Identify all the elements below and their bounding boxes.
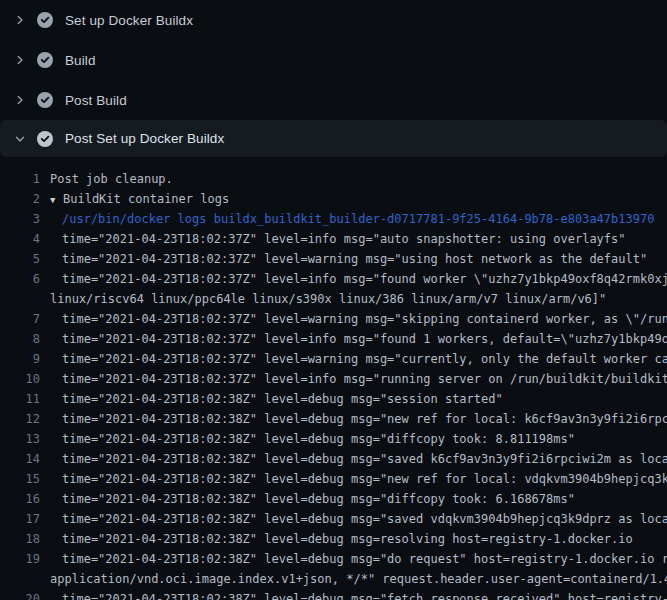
log-line-number[interactable]: 8 bbox=[0, 329, 40, 349]
log-text: Post job cleanup. bbox=[50, 172, 173, 186]
log-line-number[interactable]: 20 bbox=[0, 589, 40, 600]
log-line-content: time="2021-04-23T18:02:37Z" level=warnin… bbox=[62, 349, 667, 369]
log-line-number[interactable]: 19 bbox=[0, 549, 40, 569]
log-line: 12time="2021-04-23T18:02:38Z" level=debu… bbox=[0, 409, 667, 429]
log-line: 2▼BuildKit container logs bbox=[0, 189, 667, 209]
log-line: 4time="2021-04-23T18:02:37Z" level=info … bbox=[0, 229, 667, 249]
check-circle-icon bbox=[37, 131, 53, 147]
log-text: time="2021-04-23T18:02:38Z" level=debug … bbox=[62, 412, 667, 426]
log-line-number[interactable]: 1 bbox=[0, 169, 40, 189]
log-line-number[interactable]: 12 bbox=[0, 409, 40, 429]
log-line-number[interactable]: 13 bbox=[0, 429, 40, 449]
log-line-number bbox=[0, 569, 40, 589]
log-line: 11time="2021-04-23T18:02:38Z" level=debu… bbox=[0, 389, 667, 409]
log-line-content: time="2021-04-23T18:02:38Z" level=debug … bbox=[62, 549, 667, 569]
log-text: time="2021-04-23T18:02:38Z" level=debug … bbox=[62, 532, 633, 546]
log-line-content: time="2021-04-23T18:02:38Z" level=debug … bbox=[62, 529, 633, 549]
log-line: 8time="2021-04-23T18:02:37Z" level=info … bbox=[0, 329, 667, 349]
log-line-content: time="2021-04-23T18:02:38Z" level=debug … bbox=[62, 389, 503, 409]
log-line-number[interactable]: 7 bbox=[0, 309, 40, 329]
log-text: application/vnd.oci.image.index.v1+json,… bbox=[50, 572, 667, 586]
log-line-content: time="2021-04-23T18:02:37Z" level=info m… bbox=[62, 269, 667, 289]
log-line-content: linux/riscv64 linux/ppc64le linux/s390x … bbox=[50, 289, 606, 309]
group-collapse-triangle-icon[interactable]: ▼ bbox=[50, 190, 63, 210]
step-label: Set up Docker Buildx bbox=[65, 13, 193, 28]
log-line-number[interactable]: 3 bbox=[0, 209, 40, 229]
log-line-content: application/vnd.oci.image.index.v1+json,… bbox=[50, 569, 667, 589]
log-line-number[interactable]: 10 bbox=[0, 369, 40, 389]
log-line: 3/usr/bin/docker logs buildx_buildkit_bu… bbox=[0, 209, 667, 229]
log-text: time="2021-04-23T18:02:37Z" level=info m… bbox=[62, 232, 626, 246]
log-line: 7time="2021-04-23T18:02:37Z" level=warni… bbox=[0, 309, 667, 329]
log-line-number[interactable]: 16 bbox=[0, 489, 40, 509]
chevron-right-icon bbox=[12, 52, 28, 68]
log-line-content: time="2021-04-23T18:02:38Z" level=debug … bbox=[62, 449, 667, 469]
log-text: BuildKit container logs bbox=[63, 192, 229, 206]
log-line: application/vnd.oci.image.index.v1+json,… bbox=[0, 569, 667, 589]
log-line-content: time="2021-04-23T18:02:38Z" level=debug … bbox=[62, 489, 575, 509]
log-line-number[interactable]: 6 bbox=[0, 269, 40, 289]
log-line: 20time="2021-04-23T18:02:38Z" level=debu… bbox=[0, 589, 667, 600]
check-circle-icon bbox=[37, 12, 53, 28]
log-line: 19time="2021-04-23T18:02:38Z" level=debu… bbox=[0, 549, 667, 569]
log-line: linux/riscv64 linux/ppc64le linux/s390x … bbox=[0, 289, 667, 309]
log-line-content: time="2021-04-23T18:02:38Z" level=debug … bbox=[62, 469, 667, 489]
step-label: Post Set up Docker Buildx bbox=[65, 131, 224, 146]
log-text: /usr/bin/docker logs buildx_buildkit_bui… bbox=[62, 212, 654, 226]
workflow-log-viewer: Set up Docker Buildx Build Post Build bbox=[0, 0, 667, 600]
log-line-number[interactable]: 4 bbox=[0, 229, 40, 249]
log-line-content: time="2021-04-23T18:02:38Z" level=debug … bbox=[62, 509, 667, 529]
log-line: 1Post job cleanup. bbox=[0, 169, 667, 189]
log-text: time="2021-04-23T18:02:37Z" level=info m… bbox=[62, 332, 667, 346]
log-text: time="2021-04-23T18:02:38Z" level=debug … bbox=[62, 452, 667, 466]
step-row-set-up-docker-buildx[interactable]: Set up Docker Buildx bbox=[0, 0, 667, 40]
log-area: 1Post job cleanup.2▼BuildKit container l… bbox=[0, 157, 667, 600]
step-row-build[interactable]: Build bbox=[0, 40, 667, 80]
log-line-number[interactable]: 2 bbox=[0, 189, 40, 209]
log-line-content: Post job cleanup. bbox=[50, 169, 173, 189]
log-line: 15time="2021-04-23T18:02:38Z" level=debu… bbox=[0, 469, 667, 489]
log-line: 10time="2021-04-23T18:02:37Z" level=info… bbox=[0, 369, 667, 389]
log-line: 5time="2021-04-23T18:02:37Z" level=warni… bbox=[0, 249, 667, 269]
log-line-content: time="2021-04-23T18:02:38Z" level=debug … bbox=[62, 429, 575, 449]
log-text: time="2021-04-23T18:02:38Z" level=debug … bbox=[62, 392, 503, 406]
log-line-content: time="2021-04-23T18:02:37Z" level=warnin… bbox=[62, 309, 667, 329]
log-line-number bbox=[0, 289, 40, 309]
log-text: time="2021-04-23T18:02:37Z" level=warnin… bbox=[62, 352, 667, 366]
log-line-number[interactable]: 11 bbox=[0, 389, 40, 409]
log-line-content: time="2021-04-23T18:02:38Z" level=debug … bbox=[62, 589, 667, 600]
log-line-number[interactable]: 17 bbox=[0, 509, 40, 529]
chevron-down-icon bbox=[12, 131, 28, 147]
log-line-number[interactable]: 18 bbox=[0, 529, 40, 549]
log-line-number[interactable]: 14 bbox=[0, 449, 40, 469]
log-line-number[interactable]: 9 bbox=[0, 349, 40, 369]
log-line: 14time="2021-04-23T18:02:38Z" level=debu… bbox=[0, 449, 667, 469]
log-line-content: time="2021-04-23T18:02:37Z" level=info m… bbox=[62, 329, 667, 349]
log-line-content: time="2021-04-23T18:02:38Z" level=debug … bbox=[62, 409, 667, 429]
log-line: 18time="2021-04-23T18:02:38Z" level=debu… bbox=[0, 529, 667, 549]
log-line-content: ▼BuildKit container logs bbox=[50, 189, 229, 209]
log-line: 9time="2021-04-23T18:02:37Z" level=warni… bbox=[0, 349, 667, 369]
log-text: time="2021-04-23T18:02:37Z" level=warnin… bbox=[62, 252, 647, 266]
log-line: 13time="2021-04-23T18:02:38Z" level=debu… bbox=[0, 429, 667, 449]
log-line: 6time="2021-04-23T18:02:37Z" level=info … bbox=[0, 269, 667, 289]
log-line-number[interactable]: 5 bbox=[0, 249, 40, 269]
log-text: time="2021-04-23T18:02:38Z" level=debug … bbox=[62, 592, 667, 600]
log-line: 16time="2021-04-23T18:02:38Z" level=debu… bbox=[0, 489, 667, 509]
check-circle-icon bbox=[37, 92, 53, 108]
step-label: Build bbox=[65, 53, 96, 68]
log-text: time="2021-04-23T18:02:37Z" level=info m… bbox=[62, 272, 667, 286]
log-line-content: time="2021-04-23T18:02:37Z" level=info m… bbox=[62, 369, 667, 389]
log-line-number[interactable]: 15 bbox=[0, 469, 40, 489]
log-line: 17time="2021-04-23T18:02:38Z" level=debu… bbox=[0, 509, 667, 529]
chevron-right-icon bbox=[12, 92, 28, 108]
log-text: time="2021-04-23T18:02:38Z" level=debug … bbox=[62, 432, 575, 446]
check-circle-icon bbox=[37, 52, 53, 68]
log-text: time="2021-04-23T18:02:38Z" level=debug … bbox=[62, 492, 575, 506]
log-text: time="2021-04-23T18:02:38Z" level=debug … bbox=[62, 512, 667, 526]
step-row-post-set-up-docker-buildx[interactable]: Post Set up Docker Buildx bbox=[0, 120, 667, 157]
step-row-post-build[interactable]: Post Build bbox=[0, 80, 667, 120]
log-text: time="2021-04-23T18:02:37Z" level=warnin… bbox=[62, 312, 667, 326]
step-label: Post Build bbox=[65, 93, 127, 108]
log-line-content: time="2021-04-23T18:02:37Z" level=warnin… bbox=[62, 249, 647, 269]
